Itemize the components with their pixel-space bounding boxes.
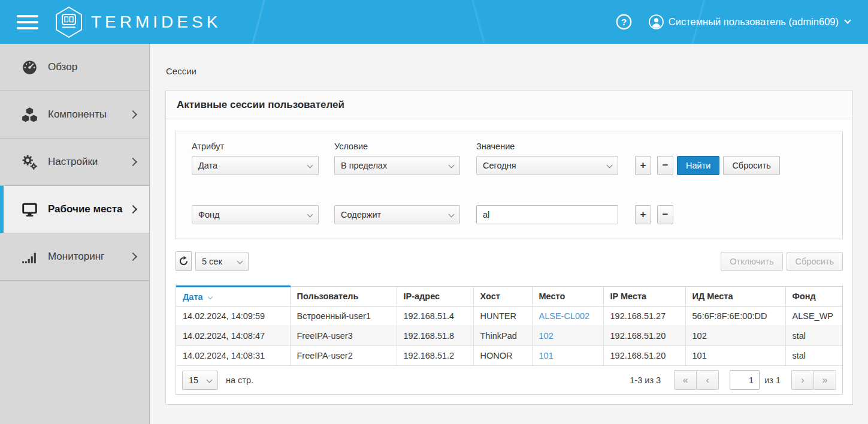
- table-cell: 101: [685, 346, 785, 366]
- svg-text:?: ?: [621, 17, 627, 27]
- filter-row-2: Фонд Содержит + −: [192, 205, 827, 224]
- table-cell: 56:6F:8F:6E:00:DD: [685, 306, 785, 326]
- user-menu[interactable]: Системный пользователь (admin609): [649, 14, 850, 29]
- sidebar-item-components[interactable]: Компоненты: [0, 91, 149, 139]
- table-row: 14.02.2024, 14:08:47FreeIPA-user3192.168…: [176, 326, 842, 346]
- rows-range-label: 1-3 из 3: [630, 375, 661, 385]
- chevron-down-icon: [307, 163, 313, 169]
- column-header-4[interactable]: Хост: [473, 287, 532, 306]
- table-cell: FreeIPA-user3: [290, 326, 397, 346]
- table-row: 14.02.2024, 14:09:59Встроенный-user1192.…: [176, 306, 842, 326]
- table-cell: 102: [685, 326, 785, 346]
- column-header-2[interactable]: Пользователь: [290, 287, 397, 306]
- search-button[interactable]: Найти: [677, 156, 719, 175]
- dashboard-icon: [20, 59, 38, 76]
- place-link[interactable]: 102: [539, 331, 554, 341]
- attribute-select[interactable]: Дата: [192, 156, 319, 175]
- sidebar: Обзор Компоненты: [0, 44, 150, 424]
- table-cell: 14.02.2024, 14:09:59: [176, 306, 290, 326]
- refresh-icon: [178, 255, 189, 267]
- chevron-right-icon: [129, 205, 137, 213]
- page-size-select[interactable]: 15: [182, 371, 218, 390]
- sidebar-item-label: Мониторинг: [48, 251, 130, 263]
- card-header: Активные сессии пользователей: [166, 91, 852, 119]
- value-select[interactable]: Сегодня: [476, 156, 618, 175]
- place-link[interactable]: 101: [539, 351, 554, 360]
- table-cell: HONOR: [473, 346, 532, 366]
- remove-filter-button[interactable]: −: [657, 205, 673, 224]
- signal-bars-icon: [20, 249, 38, 265]
- column-header-5[interactable]: Место: [532, 287, 603, 306]
- table-cell: 101: [532, 346, 603, 366]
- help-icon[interactable]: ?: [616, 14, 632, 30]
- reset-filters-button[interactable]: Сбросить: [723, 156, 779, 175]
- filter-panel: Атрибут Условие Значение Дата В пределах…: [176, 131, 843, 239]
- sidebar-item-settings[interactable]: Настройки: [0, 139, 149, 186]
- table-cell: 192.168.51.20: [603, 326, 685, 346]
- page-title: Активные сессии пользователей: [177, 99, 842, 111]
- first-page-button[interactable]: «: [674, 370, 697, 390]
- table-cell: 192.168.51.8: [397, 326, 473, 346]
- gears-icon: [20, 154, 38, 170]
- chevron-down-icon: [449, 163, 455, 169]
- reset-sessions-button[interactable]: Сбросить: [787, 252, 843, 271]
- sessions-card: Активные сессии пользователей Атрибут Ус…: [165, 91, 853, 405]
- sidebar-item-overview[interactable]: Обзор: [0, 44, 149, 91]
- filter-row-1: Дата В пределах Сегодня + − Найти Сброси…: [192, 156, 827, 175]
- user-name: Системный пользователь (admin609): [669, 16, 839, 28]
- condition-select[interactable]: В пределах: [334, 156, 460, 175]
- table-cell: 192.168.51.27: [603, 306, 685, 326]
- per-page-label: на стр.: [226, 375, 253, 385]
- add-filter-button[interactable]: +: [635, 156, 651, 175]
- column-header-7[interactable]: ИД Места: [685, 287, 785, 306]
- disconnect-button[interactable]: Отключить: [721, 252, 782, 271]
- table-cell: HUNTER: [473, 306, 532, 326]
- sessions-table: ДатаПользовательIP-адресХостМестоIP Мест…: [176, 285, 843, 395]
- value-input[interactable]: [476, 205, 618, 224]
- table-cell: 14.02.2024, 14:08:31: [176, 346, 290, 366]
- table-cell: ALSE-CL002: [532, 306, 603, 326]
- column-header-6[interactable]: IP Места: [603, 287, 685, 306]
- table-footer: 15 на стр. 1-3 из 3 « ‹ из 1 › »: [176, 366, 842, 394]
- page-number-input[interactable]: [730, 370, 760, 390]
- column-header-1[interactable]: Дата: [176, 287, 290, 306]
- table-cell: stal: [785, 346, 842, 366]
- total-pages-label: из 1: [764, 375, 781, 385]
- sidebar-item-workplaces[interactable]: Рабочие места: [0, 186, 149, 233]
- remove-filter-button[interactable]: −: [657, 156, 673, 175]
- sidebar-item-label: Обзор: [48, 61, 136, 73]
- column-header-8[interactable]: Фонд: [785, 287, 842, 306]
- table-cell: stal: [785, 326, 842, 346]
- chevron-down-icon: [844, 17, 851, 23]
- chevron-right-icon: [129, 158, 137, 166]
- chevron-down-icon: [207, 377, 213, 383]
- table-toolbar: 5 сек Отключить Сбросить: [176, 251, 843, 271]
- brand-logo[interactable]: TERMIDESK: [54, 6, 221, 38]
- sidebar-item-label: Компоненты: [48, 109, 130, 121]
- avatar-icon: [649, 14, 664, 29]
- sort-descending-icon: [207, 294, 212, 299]
- next-page-button[interactable]: ›: [791, 370, 814, 390]
- column-header-3[interactable]: IP-адрес: [397, 287, 473, 306]
- table-cell: 192.168.51.2: [397, 346, 473, 366]
- last-page-button[interactable]: »: [813, 370, 836, 390]
- table-cell: Встроенный-user1: [290, 306, 397, 326]
- attribute-select[interactable]: Фонд: [192, 205, 319, 224]
- menu-icon[interactable]: [17, 15, 38, 29]
- refresh-interval-select[interactable]: 5 сек: [195, 252, 249, 271]
- chevron-right-icon: [129, 252, 137, 261]
- condition-label: Условие: [334, 142, 476, 151]
- prev-page-button[interactable]: ‹: [696, 370, 719, 390]
- add-filter-button[interactable]: +: [635, 205, 651, 224]
- table-row: 14.02.2024, 14:08:31FreeIPA-user2192.168…: [176, 346, 842, 366]
- sidebar-item-label: Рабочие места: [48, 203, 130, 215]
- breadcrumb: Сессии: [166, 66, 868, 76]
- place-link[interactable]: ALSE-CL002: [539, 311, 590, 321]
- value-label: Значение: [476, 142, 618, 151]
- table-cell: 192.168.51.20: [603, 346, 685, 366]
- sidebar-item-monitoring[interactable]: Мониторинг: [0, 233, 149, 281]
- table-cell: 102: [532, 326, 603, 346]
- table-cell: ALSE_WP: [785, 306, 842, 326]
- refresh-button[interactable]: [176, 251, 192, 271]
- condition-select[interactable]: Содержит: [334, 205, 460, 224]
